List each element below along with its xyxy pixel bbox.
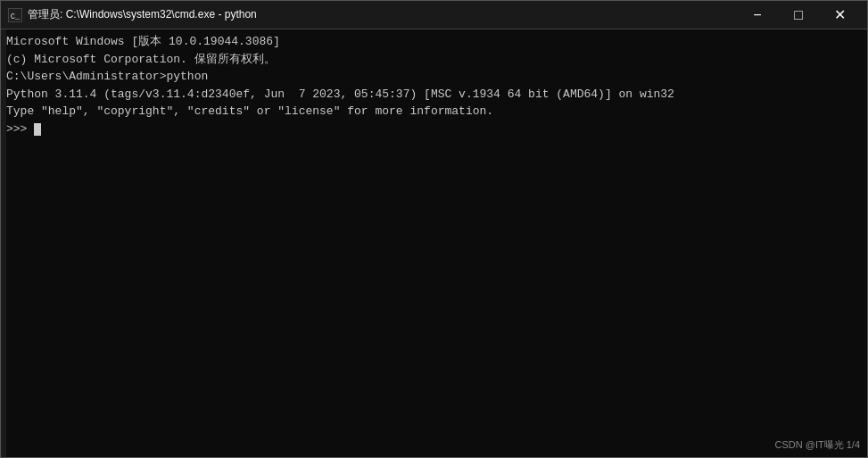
cursor — [34, 123, 41, 136]
window-title: 管理员: C:\Windows\system32\cmd.exe - pytho… — [28, 7, 737, 22]
svg-text:C_: C_ — [11, 12, 21, 21]
terminal-line: (c) Microsoft Corporation. 保留所有权利。 — [6, 51, 862, 69]
close-button[interactable]: ✕ — [819, 1, 860, 29]
cmd-icon: C_ — [8, 8, 22, 22]
terminal-line: C:\Users\Administrator>python — [6, 68, 862, 86]
title-bar: C_ 管理员: C:\Windows\system32\cmd.exe - py… — [1, 1, 867, 29]
terminal-body[interactable]: Microsoft Windows [版本 10.0.19044.3086](c… — [1, 29, 867, 457]
scrollbar-left — [1, 29, 6, 457]
maximize-button[interactable]: □ — [778, 1, 819, 29]
watermark: CSDN @IT曝光 1/4 — [774, 438, 860, 452]
cmd-window: C_ 管理员: C:\Windows\system32\cmd.exe - py… — [0, 0, 868, 458]
terminal-output: Microsoft Windows [版本 10.0.19044.3086](c… — [6, 33, 862, 137]
minimize-button[interactable]: − — [737, 1, 778, 29]
terminal-line: Microsoft Windows [版本 10.0.19044.3086] — [6, 33, 862, 51]
terminal-line: >>> — [6, 121, 862, 138]
terminal-line: Type "help", "copyright", "credits" or "… — [6, 103, 862, 121]
terminal-line: Python 3.11.4 (tags/v3.11.4:d2340ef, Jun… — [6, 86, 862, 104]
window-controls: − □ ✕ — [737, 1, 860, 29]
